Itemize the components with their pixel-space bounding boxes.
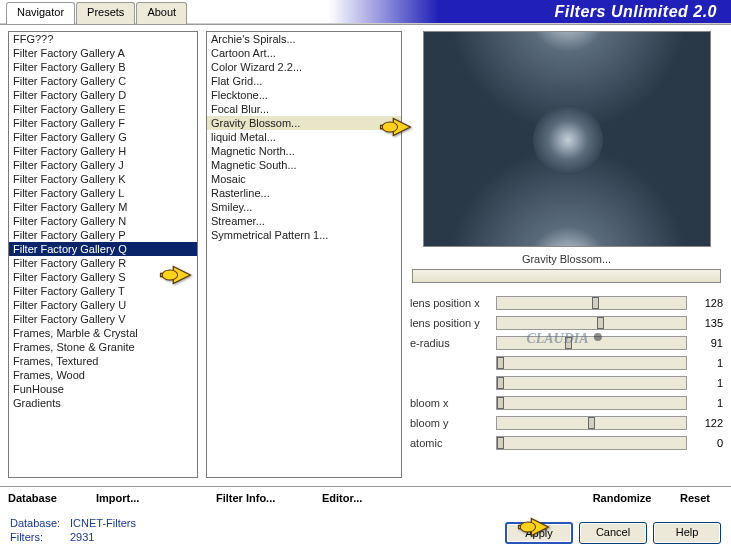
- status-text: Database:ICNET-Filters Filters:2931: [10, 516, 136, 544]
- category-list[interactable]: FFG???Filter Factory Gallery AFilter Fac…: [8, 31, 198, 478]
- category-item[interactable]: Filter Factory Gallery V: [9, 312, 197, 326]
- category-item[interactable]: FunHouse: [9, 382, 197, 396]
- param-slider[interactable]: [496, 356, 687, 370]
- import-button[interactable]: Import...: [96, 490, 216, 506]
- category-item[interactable]: Filter Factory Gallery J: [9, 158, 197, 172]
- category-item[interactable]: Filter Factory Gallery K: [9, 172, 197, 186]
- category-item[interactable]: Filter Factory Gallery R: [9, 256, 197, 270]
- param-slider[interactable]: [496, 316, 687, 330]
- category-item[interactable]: Filter Factory Gallery D: [9, 88, 197, 102]
- filter-item[interactable]: Magnetic North...: [207, 144, 401, 158]
- category-item[interactable]: Filter Factory Gallery S: [9, 270, 197, 284]
- app-title: Filters Unlimited 2.0: [554, 3, 717, 21]
- right-panel: Gravity Blossom... CLAUDIA lens position…: [410, 31, 723, 478]
- filter-item[interactable]: Symmetrical Pattern 1...: [207, 228, 401, 242]
- filter-item[interactable]: Color Wizard 2.2...: [207, 60, 401, 74]
- param-label: e-radius: [410, 337, 490, 349]
- cancel-button[interactable]: Cancel: [579, 522, 647, 544]
- header-bar: NavigatorPresetsAbout Filters Unlimited …: [0, 0, 731, 24]
- category-item[interactable]: Filter Factory Gallery H: [9, 144, 197, 158]
- category-item[interactable]: Filter Factory Gallery B: [9, 60, 197, 74]
- tab-presets[interactable]: Presets: [76, 2, 135, 24]
- filter-info-button[interactable]: Filter Info...: [216, 490, 322, 506]
- param-label: bloom y: [410, 417, 490, 429]
- main-panel: FFG???Filter Factory Gallery AFilter Fac…: [0, 24, 731, 484]
- filter-item[interactable]: Mosaic: [207, 172, 401, 186]
- param-slider[interactable]: [496, 396, 687, 410]
- param-value: 128: [693, 297, 723, 309]
- editor-button[interactable]: Editor...: [322, 490, 577, 506]
- filter-item[interactable]: Magnetic South...: [207, 158, 401, 172]
- tab-navigator[interactable]: Navigator: [6, 2, 75, 24]
- footer-buttons: Apply Cancel Help: [505, 522, 721, 544]
- param-row: atomic0: [410, 433, 723, 452]
- param-label: atomic: [410, 437, 490, 449]
- category-item[interactable]: Filter Factory Gallery P: [9, 228, 197, 242]
- category-item[interactable]: Filter Factory Gallery E: [9, 102, 197, 116]
- filter-item[interactable]: Rasterline...: [207, 186, 401, 200]
- help-button[interactable]: Help: [653, 522, 721, 544]
- category-item[interactable]: Frames, Stone & Granite: [9, 340, 197, 354]
- param-label: bloom x: [410, 397, 490, 409]
- filter-item[interactable]: Cartoon Art...: [207, 46, 401, 60]
- param-value: 135: [693, 317, 723, 329]
- filter-item[interactable]: Gravity Blossom...: [207, 116, 401, 130]
- filter-item[interactable]: Focal Blur...: [207, 102, 401, 116]
- param-row: e-radius91: [410, 333, 723, 352]
- filter-item[interactable]: liquid Metal...: [207, 130, 401, 144]
- category-item[interactable]: Filter Factory Gallery T: [9, 284, 197, 298]
- footer: Database:ICNET-Filters Filters:2931 Appl…: [0, 512, 731, 545]
- randomize-button[interactable]: Randomize: [577, 490, 667, 506]
- tabs: NavigatorPresetsAbout: [6, 2, 188, 24]
- category-item[interactable]: Gradients: [9, 396, 197, 410]
- preview-image: [423, 31, 711, 247]
- filter-list[interactable]: Archie's Spirals...Cartoon Art...Color W…: [206, 31, 402, 478]
- progress-bar: [412, 269, 721, 283]
- database-button[interactable]: Database: [8, 490, 96, 506]
- category-item[interactable]: Filter Factory Gallery L: [9, 186, 197, 200]
- param-value: 1: [693, 357, 723, 369]
- category-item[interactable]: Filter Factory Gallery M: [9, 200, 197, 214]
- parameter-panel: CLAUDIA lens position x128lens position …: [410, 293, 723, 452]
- reset-button[interactable]: Reset: [667, 490, 723, 506]
- param-row: bloom x1: [410, 393, 723, 412]
- category-item[interactable]: Filter Factory Gallery N: [9, 214, 197, 228]
- command-bar: Database Import... Filter Info... Editor…: [0, 486, 731, 512]
- param-row: bloom y122: [410, 413, 723, 432]
- param-slider[interactable]: [496, 436, 687, 450]
- param-value: 1: [693, 377, 723, 389]
- category-item[interactable]: Filter Factory Gallery C: [9, 74, 197, 88]
- param-slider[interactable]: [496, 336, 687, 350]
- param-row: 1: [410, 373, 723, 392]
- apply-button[interactable]: Apply: [505, 522, 573, 544]
- category-item[interactable]: Filter Factory Gallery Q: [9, 242, 197, 256]
- param-row: lens position y135: [410, 313, 723, 332]
- param-value: 1: [693, 397, 723, 409]
- param-value: 91: [693, 337, 723, 349]
- param-value: 122: [693, 417, 723, 429]
- category-item[interactable]: Filter Factory Gallery G: [9, 130, 197, 144]
- category-item[interactable]: Frames, Textured: [9, 354, 197, 368]
- param-slider[interactable]: [496, 376, 687, 390]
- param-label: lens position x: [410, 297, 490, 309]
- category-item[interactable]: Frames, Wood: [9, 368, 197, 382]
- category-item[interactable]: Filter Factory Gallery U: [9, 298, 197, 312]
- param-value: 0: [693, 437, 723, 449]
- param-slider[interactable]: [496, 416, 687, 430]
- param-label: lens position y: [410, 317, 490, 329]
- category-item[interactable]: Filter Factory Gallery F: [9, 116, 197, 130]
- param-row: 1: [410, 353, 723, 372]
- filter-item[interactable]: Flat Grid...: [207, 74, 401, 88]
- param-slider[interactable]: [496, 296, 687, 310]
- category-item[interactable]: FFG???: [9, 32, 197, 46]
- filter-item[interactable]: Archie's Spirals...: [207, 32, 401, 46]
- current-filter-label: Gravity Blossom...: [410, 247, 723, 269]
- filter-item[interactable]: Smiley...: [207, 200, 401, 214]
- tab-about[interactable]: About: [136, 2, 187, 24]
- filter-item[interactable]: Streamer...: [207, 214, 401, 228]
- category-item[interactable]: Frames, Marble & Crystal: [9, 326, 197, 340]
- category-item[interactable]: Filter Factory Gallery A: [9, 46, 197, 60]
- filter-item[interactable]: Flecktone...: [207, 88, 401, 102]
- param-row: lens position x128: [410, 293, 723, 312]
